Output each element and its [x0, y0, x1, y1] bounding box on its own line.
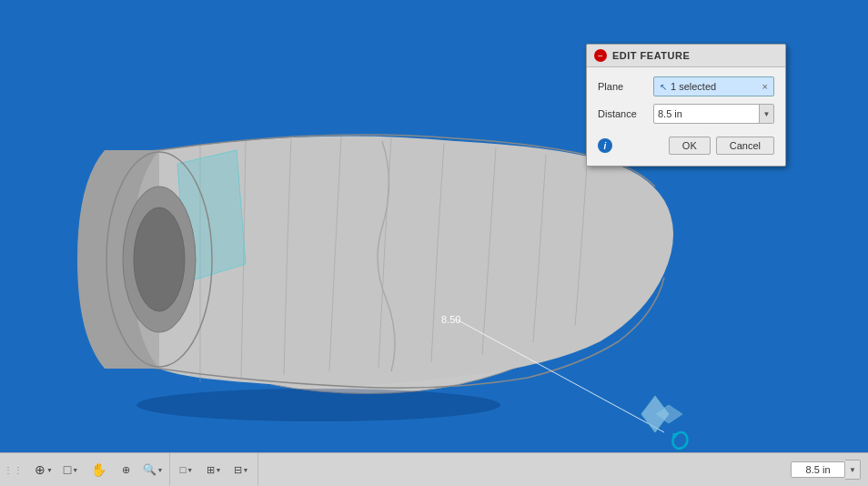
origin-tool-button[interactable]: ⊕ ▼	[31, 458, 56, 481]
layout-arrow: ▼	[243, 467, 249, 473]
plane-selected-text: 1 selected	[671, 81, 716, 92]
value-dropdown-button[interactable]: ▼	[845, 460, 861, 480]
dialog-minimize-button[interactable]: −	[594, 49, 607, 62]
cancel-button[interactable]: Cancel	[716, 137, 774, 155]
navigation-tool-group: ⊕ ▼ □ ▼ ✋ ⊕ 🔍 ▼	[27, 453, 170, 486]
dialog-info-row: i OK Cancel	[598, 131, 774, 157]
dialog-body: Plane ↖ 1 selected × Distance ▼ i OK Can…	[587, 67, 785, 166]
dialog-titlebar: − EDIT FEATURE	[587, 45, 785, 67]
grid-arrow: ▼	[216, 467, 222, 473]
magnify-tool-button[interactable]: 🔍 ▼	[140, 458, 166, 481]
origin-icon: ⊕	[35, 462, 45, 477]
view-tool-button[interactable]: □ ▼	[58, 458, 84, 481]
origin-arrow: ▼	[46, 467, 53, 473]
grip-indicator: ⋮⋮	[4, 465, 24, 475]
info-button[interactable]: i	[598, 138, 612, 153]
svg-point-10	[134, 208, 185, 311]
distance-label: Distance	[598, 108, 648, 119]
distance-input-wrapper[interactable]: ▼	[653, 104, 774, 124]
bottom-toolbar: ⋮⋮ ⊕ ▼ □ ▼ ✋ ⊕ 🔍 ▼ □ ▼ ⊞ ▼	[0, 452, 868, 486]
magnify-arrow: ▼	[157, 467, 164, 473]
plane-clear-button[interactable]: ×	[762, 81, 768, 92]
display-arrow: ▼	[187, 467, 193, 473]
value-text: 8.5 in	[791, 461, 845, 478]
view-icon: □	[64, 462, 71, 477]
dialog-title: EDIT FEATURE	[612, 50, 778, 61]
display-mode-button[interactable]: □ ▼	[174, 458, 199, 481]
plane-selected-indicator[interactable]: ↖ 1 selected ×	[653, 76, 774, 96]
layout-button[interactable]: ⊟ ▼	[228, 458, 254, 481]
plane-label: Plane	[598, 81, 648, 92]
dialog-buttons: OK Cancel	[669, 137, 774, 155]
plane-row: Plane ↖ 1 selected ×	[598, 76, 774, 96]
svg-text:8.50: 8.50	[441, 314, 460, 325]
pan-tool-button[interactable]: ✋	[86, 458, 111, 481]
layout-icon: ⊟	[234, 464, 242, 476]
grid-icon: ⊞	[207, 464, 215, 476]
edit-feature-dialog: − EDIT FEATURE Plane ↖ 1 selected × Dist…	[586, 44, 786, 167]
distance-row: Distance ▼	[598, 104, 774, 124]
bottom-value-display: 8.5 in ▼	[791, 460, 861, 480]
svg-point-11	[136, 389, 500, 421]
zoom-tool-button[interactable]: ⊕	[113, 458, 138, 481]
view-arrow: ▼	[72, 467, 78, 473]
display-icon: □	[180, 464, 187, 475]
view-mode-tool-group: □ ▼ ⊞ ▼ ⊟ ▼	[170, 453, 258, 486]
distance-dropdown-button[interactable]: ▼	[759, 105, 773, 123]
pan-icon: ✋	[91, 462, 106, 477]
magnify-icon: 🔍	[143, 463, 156, 476]
cursor-icon: ↖	[660, 82, 667, 92]
ok-button[interactable]: OK	[669, 137, 711, 155]
distance-input[interactable]	[654, 108, 759, 119]
grid-button[interactable]: ⊞ ▼	[201, 458, 227, 481]
zoom-icon: ⊕	[122, 464, 130, 476]
